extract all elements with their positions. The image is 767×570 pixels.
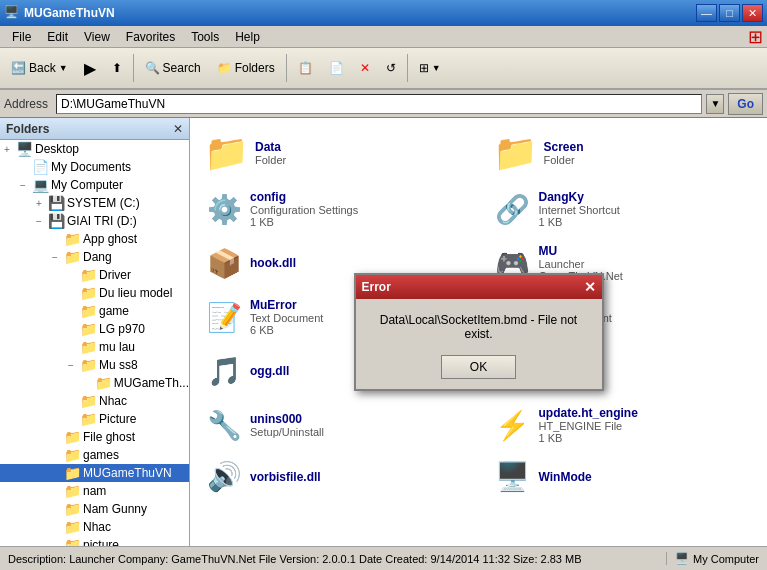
tree-label: Picture [99,412,136,426]
tree-item[interactable]: 📁MUGameTh... [0,374,189,392]
folder-icon: 📁 [64,249,81,265]
tree-label: nam [83,484,106,498]
computer-label: My Computer [693,553,759,565]
tree-label: LG p970 [99,322,145,336]
computer-icon: 🖥️ [675,552,689,565]
tree-label: game [99,304,129,318]
dialog-close-button[interactable]: ✕ [584,279,596,295]
copy-button[interactable]: 📄 [322,51,351,85]
tree-item[interactable]: 📁picture [0,536,189,546]
folder-icon: 💾 [48,213,65,229]
menu-view[interactable]: View [76,28,118,46]
tree-item[interactable]: 📁Nhac [0,392,189,410]
tree-label: My Computer [51,178,123,192]
tree-item[interactable]: −📁Dang [0,248,189,266]
tree-label: SYSTEM (C:) [67,196,140,210]
tree-item[interactable]: 📁mu lau [0,338,189,356]
views-button[interactable]: ⊞ ▼ [412,51,448,85]
tree-label: Nhac [83,520,111,534]
tree-item[interactable]: −💻My Computer [0,176,189,194]
tree-item[interactable]: 📄My Documents [0,158,189,176]
search-icon: 🔍 [145,61,160,75]
folder-tree[interactable]: +🖥️Desktop 📄My Documents−💻My Computer+💾S… [0,140,189,546]
folders-close-button[interactable]: ✕ [173,122,183,136]
tree-label: Du lieu model [99,286,172,300]
menu-help[interactable]: Help [227,28,268,46]
tree-label: Mu ss8 [99,358,138,372]
window-controls: — □ ✕ [696,4,763,22]
address-input[interactable] [56,94,702,114]
window-title: MUGameThuVN [24,6,696,20]
back-icon: 🔙 [11,61,26,75]
tree-item[interactable]: 📁MUGameThuVN [0,464,189,482]
maximize-button[interactable]: □ [719,4,740,22]
views-icon: ⊞ [419,61,429,75]
tree-label: App ghost [83,232,137,246]
address-label: Address [4,97,52,111]
tree-label: Nhac [99,394,127,408]
dialog-titlebar: Error ✕ [356,275,602,299]
toolbar: 🔙 Back ▼ ▶ ⬆ 🔍 Search 📁 Folders 📋 📄 ✕ ↺ … [0,48,767,90]
tree-label: Driver [99,268,131,282]
move-icon: 📋 [298,61,313,75]
tree-item[interactable]: 📁games [0,446,189,464]
search-button[interactable]: 🔍 Search [138,51,208,85]
folders-header: Folders ✕ [0,118,189,140]
delete-button[interactable]: ✕ [353,51,377,85]
back-button[interactable]: 🔙 Back ▼ [4,51,75,85]
toolbar-separator-3 [407,54,408,82]
undo-button[interactable]: ↺ [379,51,403,85]
close-button[interactable]: ✕ [742,4,763,22]
tree-item[interactable]: 📁LG p970 [0,320,189,338]
tree-label: My Documents [51,160,131,174]
dialog-title: Error [362,280,584,294]
dialog-overlay: Error ✕ Data\Local\SocketItem.bmd - File… [190,118,767,546]
status-description: Description: Launcher Company: GameThuVN… [8,553,658,565]
dialog-message: Data\Local\SocketItem.bmd - File not exi… [368,313,590,341]
folder-icon: 📁 [64,231,81,247]
move-button[interactable]: 📋 [291,51,320,85]
tree-item[interactable]: 📁Nhac [0,518,189,536]
tree-item[interactable]: −📁Mu ss8 [0,356,189,374]
tree-item[interactable]: 📁Du lieu model [0,284,189,302]
dialog-ok-button[interactable]: OK [441,355,516,379]
folder-icon: 📁 [80,303,97,319]
folder-icon: 📁 [64,429,81,445]
tree-item[interactable]: 📁Nam Gunny [0,500,189,518]
tree-item[interactable]: 📁File ghost [0,428,189,446]
menu-file[interactable]: File [4,28,39,46]
tree-label: Desktop [35,142,79,156]
address-dropdown[interactable]: ▼ [706,94,724,114]
forward-button[interactable]: ▶ [77,51,103,85]
up-button[interactable]: ⬆ [105,51,129,85]
folder-icon: 📁 [64,447,81,463]
tree-item[interactable]: +💾SYSTEM (C:) [0,194,189,212]
folder-icon: 📁 [64,465,81,481]
tree-item[interactable]: 📁Driver [0,266,189,284]
delete-icon: ✕ [360,61,370,75]
toolbar-separator-1 [133,54,134,82]
folders-button[interactable]: 📁 Folders [210,51,282,85]
tree-label: games [83,448,119,462]
tree-item[interactable]: +🖥️Desktop [0,140,189,158]
menu-favorites[interactable]: Favorites [118,28,183,46]
tree-item[interactable]: 📁App ghost [0,230,189,248]
status-computer: 🖥️ My Computer [666,552,759,565]
views-dropdown-icon: ▼ [432,63,441,73]
tree-item[interactable]: −💾GIAI TRI (D:) [0,212,189,230]
forward-icon: ▶ [84,59,96,78]
tree-label: mu lau [99,340,135,354]
folder-icon: 💾 [48,195,65,211]
go-button[interactable]: Go [728,93,763,115]
minimize-button[interactable]: — [696,4,717,22]
tree-label: MUGameThuVN [83,466,172,480]
tree-item[interactable]: 📁game [0,302,189,320]
menu-tools[interactable]: Tools [183,28,227,46]
folder-icon: 🖥️ [16,141,33,157]
tree-label: Nam Gunny [83,502,147,516]
tree-item[interactable]: 📁Picture [0,410,189,428]
tree-item[interactable]: 📁nam [0,482,189,500]
menu-edit[interactable]: Edit [39,28,76,46]
tree-label: MUGameTh... [114,376,189,390]
expand-icon: + [32,198,46,209]
